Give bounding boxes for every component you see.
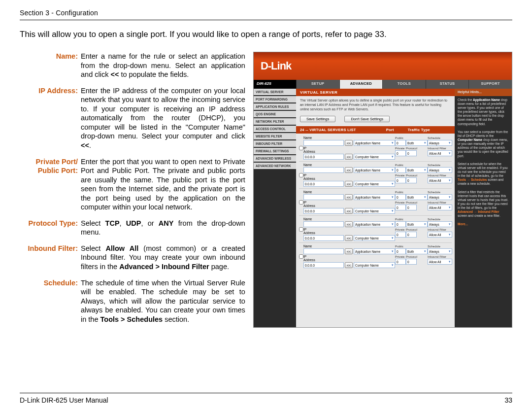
dropdown[interactable]: Allow All▾ — [428, 177, 452, 183]
top-tab[interactable]: STATUS — [426, 80, 469, 89]
def-label: Inbound Filter: — [20, 244, 81, 272]
sidebar-item[interactable]: PORT FORWARDING — [254, 96, 296, 103]
dropdown[interactable]: Computer Name▾ — [354, 262, 395, 268]
name-input[interactable] — [303, 248, 344, 254]
header-rule — [20, 20, 512, 20]
protocol-input[interactable]: 0 — [406, 259, 417, 265]
sidebar-item[interactable]: INBOUND FILTER — [254, 140, 296, 147]
ip-input[interactable]: 0.0.0.0 — [303, 154, 344, 160]
def-label: Private Port/Public Port: — [20, 157, 81, 212]
dropdown[interactable]: Computer Name▾ — [354, 208, 395, 214]
row-checkbox[interactable] — [299, 146, 303, 150]
private-port[interactable]: 0 — [395, 177, 406, 183]
sidebar-item[interactable]: FIREWALL SETTINGS — [254, 148, 296, 154]
dropdown[interactable]: Application Name▾ — [354, 221, 395, 227]
ip-input[interactable]: 0.0.0.0 — [303, 181, 344, 187]
name-input[interactable] — [303, 167, 344, 173]
panel-desc: The Virtual Server option allows you to … — [296, 96, 455, 114]
public-port[interactable]: 0 — [395, 221, 406, 227]
private-port[interactable]: 0 — [395, 205, 406, 210]
dropdown[interactable]: Application Name▾ — [354, 194, 395, 200]
ip-input[interactable]: 0.0.0.0 — [303, 262, 344, 268]
name-input[interactable] — [303, 221, 344, 227]
ip-input[interactable]: 0.0.0.0 — [303, 235, 344, 241]
protocol-input[interactable]: 0 — [406, 205, 417, 210]
dropdown[interactable]: Allow All▾ — [428, 205, 452, 210]
def-label: Protocol Type: — [20, 219, 81, 237]
name-input[interactable] — [303, 194, 344, 200]
save-button[interactable]: Save Settings — [300, 116, 335, 122]
sidebar-item[interactable]: WEBSITE FILTER — [254, 133, 296, 139]
dropdown[interactable]: Always▾ — [428, 140, 452, 146]
dropdown[interactable]: Computer Name▾ — [354, 235, 395, 241]
sidebar-item[interactable]: APPLICATION RULES — [254, 103, 296, 110]
top-tabs: SETUPADVANCEDTOOLSSTATUSSUPPORT — [296, 80, 512, 89]
dropdown[interactable]: Computer Name▾ — [354, 154, 395, 160]
arrow-button[interactable]: << — [345, 235, 353, 241]
name-input[interactable] — [303, 140, 344, 146]
private-port[interactable]: 0 — [395, 259, 406, 265]
sidebar-item[interactable]: ACCESS CONTROL — [254, 126, 296, 132]
dropdown[interactable]: Application Name▾ — [354, 140, 395, 146]
page-number: 33 — [504, 396, 512, 404]
arrow-button[interactable]: << — [345, 248, 353, 254]
top-tab[interactable]: SUPPORT — [468, 80, 512, 89]
top-tab[interactable]: ADVANCED — [339, 80, 383, 89]
router-screenshot: D-Link DIR-625 SETUPADVANCEDTOOLSSTATUSS… — [253, 52, 512, 328]
dropdown[interactable]: Always▾ — [428, 194, 452, 200]
public-port[interactable]: 0 — [395, 167, 406, 173]
dropdown[interactable]: Computer Name▾ — [354, 181, 395, 187]
dropdown[interactable]: Always▾ — [428, 221, 452, 227]
dropdown[interactable]: Allow All▾ — [428, 232, 452, 238]
def-label: Schedule: — [20, 278, 81, 324]
row-checkbox[interactable] — [299, 254, 303, 259]
arrow-button[interactable]: << — [345, 167, 353, 173]
arrow-button[interactable]: << — [345, 208, 353, 214]
dropdown[interactable]: Both▾ — [406, 248, 428, 254]
arrow-button[interactable]: << — [345, 181, 353, 187]
virtual-server-rows: Name << Application Name▾ IP Address 0.0… — [296, 134, 455, 271]
dropdown[interactable]: Application Name▾ — [354, 167, 395, 173]
dropdown[interactable]: Both▾ — [406, 221, 428, 227]
protocol-input[interactable]: 0 — [406, 177, 417, 183]
arrow-button[interactable]: << — [345, 262, 353, 268]
dont-save-button[interactable]: Don't Save Settings — [344, 116, 390, 122]
def-body: Enter a name for the rule or select an a… — [81, 52, 245, 79]
section-header: Section 3 - Configuration — [20, 9, 512, 17]
dropdown[interactable]: Both▾ — [406, 194, 428, 200]
row-checkbox[interactable] — [299, 173, 303, 177]
dropdown[interactable]: Both▾ — [406, 167, 428, 173]
top-tab[interactable]: SETUP — [296, 80, 339, 89]
private-port[interactable]: 0 — [395, 150, 406, 156]
dropdown[interactable]: Both▾ — [406, 140, 428, 146]
dropdown[interactable]: Always▾ — [428, 248, 452, 254]
arrow-button[interactable]: << — [345, 221, 353, 227]
dropdown[interactable]: Allow All▾ — [428, 150, 452, 156]
arrow-button[interactable]: << — [345, 194, 353, 200]
row-checkbox[interactable] — [299, 227, 303, 232]
def-body: Select TCP, UDP, or ANY from the drop-do… — [81, 219, 245, 237]
arrow-button[interactable]: << — [345, 140, 353, 146]
top-tab[interactable]: TOOLS — [382, 80, 426, 89]
dropdown[interactable]: Allow All▾ — [428, 259, 452, 265]
private-port[interactable]: 0 — [395, 232, 406, 238]
protocol-input[interactable]: 0 — [406, 232, 417, 238]
footer-rule — [20, 393, 512, 393]
public-port[interactable]: 0 — [395, 248, 406, 254]
footer-left: D-Link DIR-625 User Manual — [20, 396, 108, 404]
arrow-button[interactable]: << — [345, 154, 353, 160]
ip-input[interactable]: 0.0.0.0 — [303, 208, 344, 214]
protocol-input[interactable]: 0 — [406, 150, 417, 156]
public-port[interactable]: 0 — [395, 140, 406, 146]
sidebar-item[interactable]: VIRTUAL SERVER — [254, 89, 296, 95]
sidebar-item[interactable]: ADVANCED NETWORK — [254, 163, 296, 169]
public-port[interactable]: 0 — [395, 194, 406, 200]
dropdown[interactable]: Always▾ — [428, 167, 452, 173]
dropdown[interactable]: Application Name▾ — [354, 248, 395, 254]
row-checkbox[interactable] — [299, 200, 303, 205]
col-traffic: Traffic Type — [408, 128, 430, 132]
banner: D-Link — [254, 52, 512, 80]
sidebar-item[interactable]: ADVANCED WIRELESS — [254, 155, 296, 162]
sidebar-item[interactable]: NETWORK FILTER — [254, 118, 296, 125]
sidebar-item[interactable]: QOS ENGINE — [254, 111, 296, 117]
